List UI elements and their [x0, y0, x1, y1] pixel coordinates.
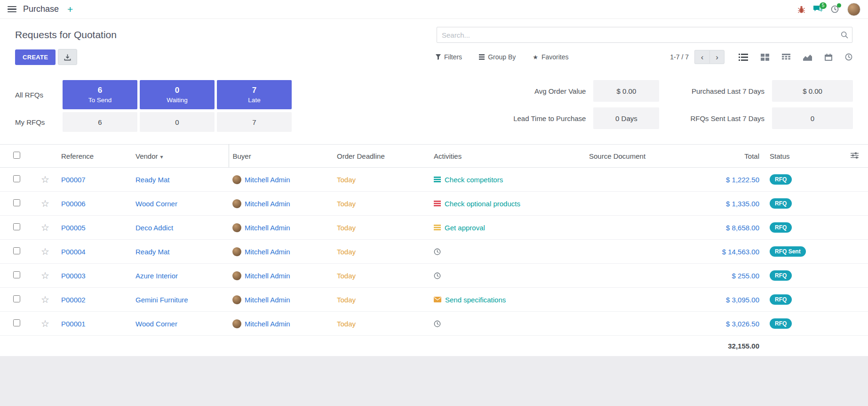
vendor-link[interactable]: Wood Corner — [135, 200, 177, 208]
row-checkbox[interactable] — [13, 247, 20, 254]
table-row[interactable]: ☆ P00006 Wood Corner Mitchell Admin Toda… — [0, 192, 868, 216]
stat-to-send[interactable]: 6 To Send — [63, 80, 137, 109]
my-rfqs-label[interactable]: My RFQs — [15, 118, 60, 126]
all-rfqs-label[interactable]: All RFQs — [15, 91, 60, 99]
star-icon[interactable]: ☆ — [41, 246, 49, 257]
reference-link[interactable]: P00001 — [61, 320, 86, 328]
app-name[interactable]: Purchase — [23, 4, 59, 14]
filters-button[interactable]: Filters — [436, 53, 462, 61]
status-badge: RFQ — [770, 222, 792, 233]
stat-my-waiting[interactable]: 0 — [140, 112, 215, 132]
status-badge: RFQ — [770, 318, 792, 329]
plus-icon[interactable]: + — [67, 4, 73, 14]
search-input[interactable] — [437, 27, 852, 43]
kanban-view-button[interactable] — [761, 54, 769, 61]
activity-link[interactable]: Check competitors — [445, 176, 503, 184]
column-header-reference[interactable]: Reference — [57, 145, 132, 168]
apps-menu-icon[interactable] — [8, 6, 16, 13]
top-navbar: Purchase + 5 — [0, 0, 868, 19]
table-row[interactable]: ☆ P00007 Ready Mat Mitchell Admin Today … — [0, 168, 868, 192]
activity-link[interactable]: Get approval — [445, 224, 485, 232]
reference-link[interactable]: P00002 — [61, 296, 86, 304]
column-header-total[interactable]: Total — [700, 145, 766, 168]
stat-my-late[interactable]: 7 — [217, 112, 292, 132]
star-icon[interactable]: ☆ — [41, 270, 49, 281]
stat-waiting[interactable]: 0 Waiting — [140, 80, 215, 109]
buyer-link[interactable]: Mitchell Admin — [245, 296, 290, 304]
star-icon[interactable]: ☆ — [41, 174, 49, 185]
vendor-link[interactable]: Ready Mat — [135, 176, 170, 184]
clock-icon[interactable] — [434, 320, 441, 327]
column-header-order-deadline[interactable]: Order Deadline — [333, 145, 430, 168]
column-header-activities[interactable]: Activities — [430, 145, 585, 168]
star-icon[interactable]: ☆ — [41, 198, 49, 209]
clock-icon[interactable] — [434, 272, 441, 279]
buyer-link[interactable]: Mitchell Admin — [245, 176, 290, 184]
reference-link[interactable]: P00005 — [61, 224, 86, 232]
table-row[interactable]: ☆ P00004 Ready Mat Mitchell Admin Today … — [0, 240, 868, 264]
table-row[interactable]: ☆ P00002 Gemini Furniture Mitchell Admin… — [0, 288, 868, 312]
vendor-link[interactable]: Deco Addict — [135, 224, 173, 232]
stat-my-to-send[interactable]: 6 — [63, 112, 137, 132]
order-deadline-value: Today — [337, 224, 356, 232]
star-icon[interactable]: ☆ — [41, 318, 49, 329]
list-view-button[interactable] — [739, 54, 748, 61]
row-checkbox[interactable] — [13, 295, 20, 302]
column-header-source-document[interactable]: Source Document — [585, 145, 700, 168]
total-value: $ 3,095.00 — [726, 296, 759, 304]
row-checkbox[interactable] — [13, 223, 20, 230]
table-row[interactable]: ☆ P00005 Deco Addict Mitchell Admin Toda… — [0, 216, 868, 240]
reference-link[interactable]: P00007 — [61, 176, 86, 184]
activity-link[interactable]: Send specifications — [445, 296, 506, 304]
favorites-button[interactable]: ★ Favorites — [533, 53, 568, 61]
stat-late[interactable]: 7 Late — [217, 80, 292, 109]
table-row[interactable]: ☆ P00001 Wood Corner Mitchell Admin Toda… — [0, 312, 868, 336]
row-checkbox[interactable] — [13, 175, 20, 182]
buyer-link[interactable]: Mitchell Admin — [245, 200, 290, 208]
search-icon[interactable] — [841, 31, 848, 40]
user-avatar[interactable] — [847, 3, 860, 16]
column-header-status[interactable]: Status — [766, 145, 819, 168]
buyer-avatar — [232, 271, 241, 280]
messages-icon[interactable]: 5 — [813, 6, 822, 13]
pivot-view-button[interactable] — [782, 54, 790, 61]
calendar-view-button[interactable] — [825, 54, 832, 61]
create-button[interactable]: CREATE — [15, 49, 56, 65]
row-checkbox[interactable] — [13, 271, 20, 278]
vendor-link[interactable]: Gemini Furniture — [135, 296, 188, 304]
table-row[interactable]: ☆ P00003 Azure Interior Mitchell Admin T… — [0, 264, 868, 288]
status-badge: RFQ — [770, 270, 792, 281]
group-by-button[interactable]: Group By — [479, 53, 516, 61]
vendor-link[interactable]: Azure Interior — [135, 272, 178, 280]
rfqs-sent-last-7-days-label: RFQs Sent Last 7 Days — [690, 114, 764, 122]
source-document-header-label: Source Document — [589, 152, 645, 160]
activity-view-button[interactable] — [845, 53, 852, 61]
row-checkbox[interactable] — [13, 199, 20, 206]
select-all-checkbox[interactable] — [13, 152, 20, 159]
column-header-buyer[interactable]: Buyer — [229, 145, 333, 168]
activities-menu-icon[interactable] — [831, 5, 839, 13]
row-checkbox[interactable] — [13, 319, 20, 326]
reference-link[interactable]: P00006 — [61, 200, 86, 208]
vendor-link[interactable]: Wood Corner — [135, 320, 177, 328]
buyer-link[interactable]: Mitchell Admin — [245, 320, 290, 328]
buyer-link[interactable]: Mitchell Admin — [245, 248, 290, 256]
reference-link[interactable]: P00003 — [61, 272, 86, 280]
pager-next-button[interactable]: › — [709, 50, 725, 64]
column-header-vendor[interactable]: Vendor▾ — [132, 145, 229, 168]
export-button[interactable] — [58, 49, 77, 65]
graph-view-button[interactable] — [803, 54, 812, 61]
star-icon[interactable]: ☆ — [41, 222, 49, 233]
star-icon[interactable]: ☆ — [41, 294, 49, 305]
buyer-link[interactable]: Mitchell Admin — [245, 224, 290, 232]
pager-previous-button[interactable]: ‹ — [694, 50, 709, 64]
debug-bug-icon[interactable] — [798, 6, 805, 13]
buyer-link[interactable]: Mitchell Admin — [245, 272, 290, 280]
vendor-header-label: Vendor — [135, 152, 158, 160]
vendor-link[interactable]: Ready Mat — [135, 248, 170, 256]
reference-link[interactable]: P00004 — [61, 248, 86, 256]
clock-icon[interactable] — [434, 248, 441, 255]
optional-columns-icon[interactable] — [851, 152, 864, 159]
activity-link[interactable]: Check optional products — [445, 200, 520, 208]
table-footer-row: 32,155.00 — [0, 336, 868, 357]
